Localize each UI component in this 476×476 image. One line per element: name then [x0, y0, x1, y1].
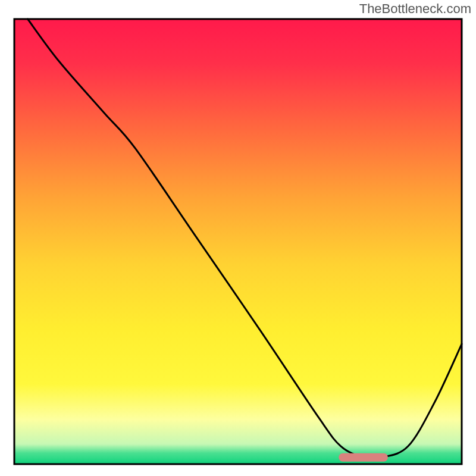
bottleneck-chart	[0, 0, 476, 476]
plot-background	[14, 19, 462, 464]
optimal-range-marker	[339, 453, 388, 462]
watermark-text: TheBottleneck.com	[359, 1, 471, 17]
